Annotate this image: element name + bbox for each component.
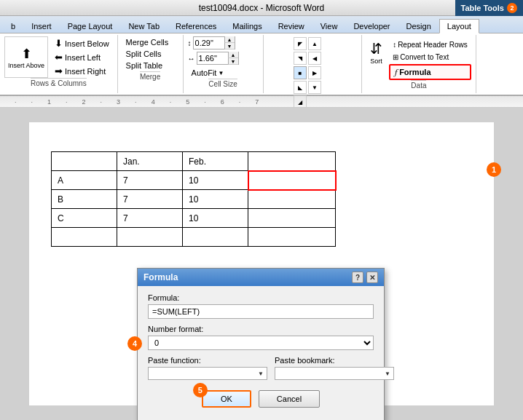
app-title: test10094.docx - Microsoft Word	[199, 3, 325, 13]
table-cell-h3[interactable]	[248, 152, 336, 171]
insert-above-button[interactable]: ⬆ Insert Above	[4, 36, 48, 78]
ok-button[interactable]: OK	[202, 390, 251, 408]
badge-4: 4	[127, 336, 142, 351]
tab-mailings[interactable]: Mailings	[224, 19, 270, 33]
table-cell-c-jan[interactable]: 7	[117, 209, 183, 228]
tab-new-tab[interactable]: New Tab	[120, 19, 168, 33]
height-up-arrow[interactable]: ▲	[224, 36, 235, 43]
tab-view[interactable]: View	[312, 19, 346, 33]
table-cell-f0[interactable]	[52, 228, 117, 247]
formula-input[interactable]	[148, 304, 374, 319]
ribbon-group-merge: Merge Cells Split Cells Split Table Merg…	[118, 35, 184, 93]
paste-bookmark-arrow[interactable]: ▼	[382, 371, 393, 377]
table-cell-b-label[interactable]: B	[52, 190, 117, 209]
table-cell-a-feb[interactable]: 10	[183, 171, 248, 190]
rows-cols-buttons: ⬆ Insert Above ⬇ Insert Below ⬅ Insert L…	[4, 36, 113, 78]
width-up-arrow[interactable]: ▲	[228, 52, 238, 58]
tab-design[interactable]: Design	[398, 19, 439, 33]
ribbon-group-alignment: ◤ ▲ ◥ ◀ ■ ▶ ◣ ▼ ◢ ↕ Text Direction ▦ Cel…	[264, 35, 363, 93]
paste-function-col: Paste function: ▼	[148, 356, 267, 386]
insert-left-icon: ⬅	[55, 52, 63, 63]
table-cell-c-extra[interactable]	[248, 209, 336, 228]
table-cell-b-jan[interactable]: 7	[117, 190, 183, 209]
word-table: Jan. Feb. A 7 10 B 7 10 C 7 10	[51, 151, 336, 247]
tab-layout[interactable]: Layout	[439, 19, 479, 33]
number-format-label: Number format:	[148, 325, 374, 333]
paste-function-select[interactable]: ▼	[148, 367, 267, 380]
tab-page-layout[interactable]: Page Layout	[60, 19, 121, 33]
table-tools-label: Table Tools 2	[455, 0, 524, 16]
table-cell-a-extra[interactable]	[248, 171, 336, 190]
dialog-title: Formula	[143, 272, 178, 282]
merge-label: Merge	[140, 71, 160, 92]
table-cell-c-feb[interactable]: 10	[183, 209, 248, 228]
table-cell-h2[interactable]: Feb.	[183, 152, 248, 171]
insert-left-button[interactable]: ⬅ Insert Left	[51, 50, 113, 64]
formula-button[interactable]: 𝑓 Formula	[389, 64, 471, 80]
ribbon-group-cell-size: ↕ 0.29" ▲ ▼ ↔ 1.66" ▲ ▼	[184, 35, 264, 93]
cancel-button[interactable]: Cancel	[259, 390, 320, 408]
tab-references[interactable]: References	[168, 19, 224, 33]
col-width-input[interactable]: 1.66" ▲ ▼	[197, 52, 239, 65]
align-tl-button[interactable]: ◤	[294, 37, 307, 50]
table-cell-f1[interactable]	[117, 228, 183, 247]
row-height-input[interactable]: 0.29" ▲ ▼	[193, 36, 235, 49]
align-br-button[interactable]: ◢	[294, 95, 307, 108]
data-label: Data	[411, 80, 426, 92]
number-format-select-wrap[interactable]: 0	[148, 336, 374, 350]
paste-function-label: Paste function:	[148, 356, 267, 365]
align-mr-button[interactable]: ▶	[308, 66, 321, 79]
split-table-button[interactable]: Split Table	[122, 60, 167, 71]
table-cell-h0[interactable]	[52, 152, 117, 171]
table-tools-badge: 2	[507, 3, 517, 13]
table-cell-f3[interactable]	[248, 228, 336, 247]
autofit-button[interactable]: AutoFit ▼	[188, 67, 228, 79]
convert-to-text-button[interactable]: ⊞ Convert to Text	[389, 52, 471, 63]
tab-review[interactable]: Review	[270, 19, 312, 33]
table-row-c: C 7 10	[52, 209, 336, 228]
badge-5: 5	[193, 383, 208, 397]
paste-function-arrow[interactable]: ▼	[255, 371, 267, 377]
insert-below-icon: ⬇	[55, 38, 63, 49]
table-row-a: A 7 10	[52, 171, 336, 190]
sort-button[interactable]: ⇵ Sort	[366, 36, 386, 68]
table-cell-h1[interactable]: Jan.	[117, 152, 183, 171]
paste-function-input[interactable]	[149, 368, 255, 379]
align-bc-button[interactable]: ▼	[308, 81, 321, 94]
dialog-close-button[interactable]: ✕	[366, 272, 378, 283]
repeat-header-rows-button[interactable]: ↕ Repeat Header Rows	[389, 39, 471, 50]
align-tc-button[interactable]: ▲	[308, 37, 321, 50]
formula-label: Formula:	[148, 293, 374, 302]
paste-row: Paste function: ▼ Paste bookmark: ▼	[148, 356, 374, 386]
ribbon-group-data: ⇵ Sort ↕ Repeat Header Rows ⊞ Convert to…	[362, 35, 476, 93]
table-cell-a-label[interactable]: A	[52, 171, 117, 190]
ribbon-tabs: b Insert Page Layout New Tab References …	[0, 16, 523, 33]
merge-cells-button[interactable]: Merge Cells	[122, 36, 173, 48]
table-row-header: Jan. Feb.	[52, 152, 336, 171]
align-bl-button[interactable]: ◣	[294, 81, 307, 94]
split-cells-button[interactable]: Split Cells	[122, 48, 165, 60]
align-tr-button[interactable]: ◥	[294, 52, 307, 65]
data-buttons: ⇵ Sort ↕ Repeat Header Rows ⊞ Convert to…	[366, 36, 471, 80]
tab-b[interactable]: b	[3, 19, 23, 33]
width-down-arrow[interactable]: ▼	[228, 58, 238, 65]
align-ml-button[interactable]: ◀	[308, 52, 321, 65]
table-cell-a-jan[interactable]: 7	[117, 171, 183, 190]
insert-below-button[interactable]: ⬇ Insert Below	[51, 36, 113, 50]
align-mc-button[interactable]: ■	[294, 66, 307, 79]
table-cell-f2[interactable]	[183, 228, 248, 247]
paste-bookmark-select[interactable]: ▼	[275, 367, 394, 380]
ribbon-group-rows-cols: ⬆ Insert Above ⬇ Insert Below ⬅ Insert L…	[0, 35, 118, 93]
paste-bookmark-input[interactable]	[275, 368, 382, 379]
rows-cols-label: Rows & Columns	[31, 78, 87, 92]
dialog-help-button[interactable]: ?	[352, 272, 363, 283]
table-cell-c-label[interactable]: C	[52, 209, 117, 228]
table-cell-b-extra[interactable]	[248, 190, 336, 209]
insert-right-button[interactable]: ➡ Insert Right	[51, 64, 113, 78]
height-down-arrow[interactable]: ▼	[224, 43, 235, 49]
formula-dialog[interactable]: Formula ? ✕ Formula: 4 Number format:	[137, 268, 385, 420]
table-cell-b-feb[interactable]: 10	[183, 190, 248, 209]
tab-insert[interactable]: Insert	[23, 19, 60, 33]
number-format-select[interactable]: 0	[149, 336, 373, 349]
tab-developer[interactable]: Developer	[345, 19, 398, 33]
